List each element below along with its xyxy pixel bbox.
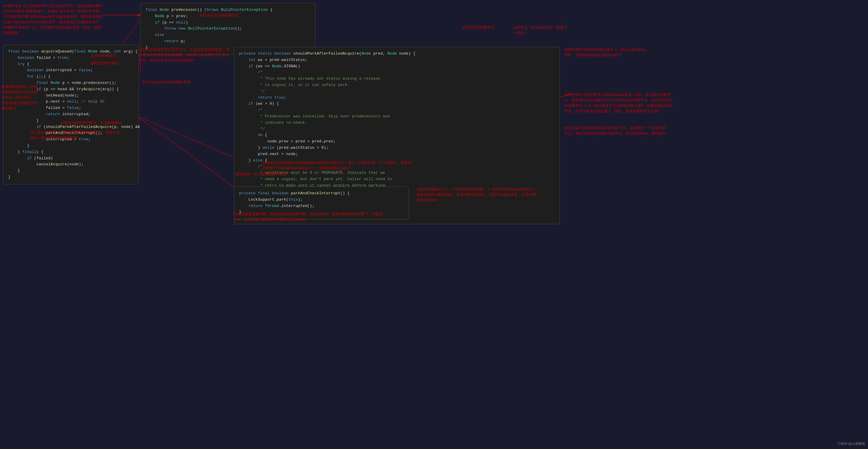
annotation-cancel: 当上面的for循环，不是由于获取锁成功return，而跳出的循环，那么就取消当前… — [30, 130, 121, 140]
annotation-tryacquire: 这个tryAcquire可能会抛出异常 — [142, 79, 191, 85]
annotation-ws-gt0: 如果当前节点的前驱节点的waitStatus值是 > 0的，那么跳过前驱节点，把… — [564, 92, 673, 114]
annotation-shouldpark-top: 如果前驱节点的waitStatus值为-1，那么会返回true，这样，当前线程就… — [564, 47, 649, 58]
watermark: CSDN @yu龙教程 — [838, 442, 865, 446]
annotation-node-pred: 当前节点的前驱节点 — [462, 25, 494, 30]
annotation-sethead: 如果获取锁成功，则将当前线程的节点变为哨兵节点（即头节点），并且返回当前线程是否… — [1, 84, 41, 111]
annotation-interrupted: 线程是否被中断过 — [91, 60, 120, 66]
annotation-node-before-park: 当前节点（在它park之前，需要干一些活） — [513, 25, 567, 36]
annotation-top-left: for循环保证 在上面的过程中已经入队的节点，在此处退出循环的方式只能是 获取锁… — [3, 3, 103, 36]
annotation-park-desc: 当前线程被park住了，只有2种情况会唤醒： 1: 被其它线程unpark此线程… — [416, 187, 537, 203]
annotation-failed: 是否获取锁成功 — [91, 53, 116, 58]
annotation-interrupted-desc: 当前线程是否被中断，如果当前线程未被中断，则返回false，如果当前线程被中断了… — [234, 211, 391, 222]
annotation-finally: 记录当前线程被中断过，然后继续循环 — [60, 120, 122, 126]
annotation-return-false: 返回false，表示会继续循环处理 — [236, 171, 286, 177]
annotation-head-check: 当前节点的前驱节点是头节点，才会去尝试去获取锁，也就是说前等待的线程被唤醒，但如… — [139, 47, 229, 63]
svg-line-7 — [127, 108, 234, 187]
acquireQueued-code: final boolean acquireQueued(final Node n… — [8, 49, 134, 181]
annotation-predecessor-prev: 拿到当前节点的前驱节点 — [199, 13, 239, 18]
page-container: final Node predecessor() throws NullPoin… — [0, 0, 868, 449]
annotation-pred-next: 跳过当前节点前面连续的已取消的节点，直到遇到一个未取消的节点，将此节点的next… — [564, 125, 667, 136]
annotation-cas: 把当前节点的前驱节点的waitStatus使用CAS的方式，改为 -1 这样的话… — [262, 160, 413, 171]
